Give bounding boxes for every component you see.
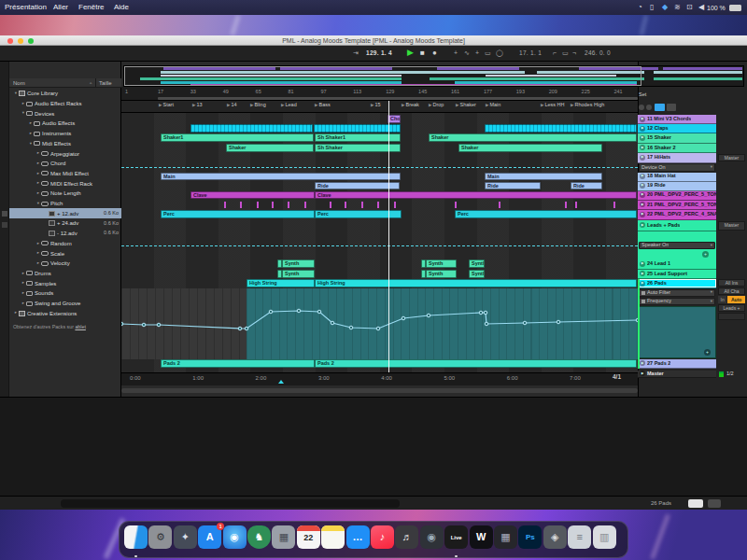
draw-mode-icon[interactable]: ▭ bbox=[485, 49, 491, 56]
dock-icon-launchpad[interactable]: ✦ bbox=[174, 525, 197, 549]
automation-arm-icon[interactable]: ◯ bbox=[496, 49, 503, 56]
locator-start[interactable]: ▶Start bbox=[159, 103, 174, 108]
perc-hit-clip[interactable] bbox=[224, 202, 226, 208]
track-activator-icon[interactable]: ▶ bbox=[640, 145, 645, 150]
clip-pads-2[interactable]: Pads 2 bbox=[315, 359, 637, 368]
clip-shaker[interactable]: Shaker bbox=[429, 133, 637, 142]
header-return-toggle-icon[interactable] bbox=[646, 105, 652, 110]
time-machine-icon[interactable]: ◔ bbox=[638, 4, 642, 11]
locator-bass[interactable]: ▶Bass bbox=[315, 103, 331, 108]
track-header-25-lead-support[interactable]: ▶25 Lead Support bbox=[638, 270, 716, 280]
track-activator-icon[interactable]: ▶ bbox=[640, 192, 645, 198]
clip-shaker[interactable]: Shaker bbox=[458, 144, 602, 152]
track-header-24-lead-1[interactable]: ▶24 Lead 1 bbox=[638, 259, 716, 270]
locator-bling[interactable]: ▶Bling bbox=[250, 103, 266, 108]
dock-icon-calendar[interactable]: 22 bbox=[297, 525, 320, 549]
speaker-on-automation-line[interactable] bbox=[121, 245, 638, 246]
locator-lead[interactable]: ▶Lead bbox=[281, 103, 297, 108]
track-header-22-pml-dpv2-perc-4-snap-00[interactable]: ▶22 PML_DPV2_PERC_4_SNAP_00 bbox=[638, 210, 716, 220]
dock-icon-push[interactable]: ▦ bbox=[494, 525, 517, 549]
dock-icon-plugin[interactable]: ◈ bbox=[543, 525, 567, 549]
loop-length[interactable]: 246. 0. 0 bbox=[585, 50, 611, 57]
track-header-20-pml-dpv2-perc-5-tonal[interactable]: ▶20 PML_DPV2_PERC_5_TONAL_ bbox=[638, 191, 716, 201]
browser-item-velocity[interactable]: ▸Velocity bbox=[9, 259, 121, 269]
locator-13[interactable]: ▶13 bbox=[192, 103, 203, 108]
dock-icon-ableton-live[interactable]: Live bbox=[444, 525, 468, 549]
browser-item-12-adv[interactable]: + 12.adv0.6 Ko bbox=[9, 208, 121, 218]
insert-marker-icon[interactable] bbox=[278, 380, 284, 384]
track-activator-icon[interactable]: ▶ bbox=[640, 222, 645, 228]
track-activator-icon[interactable]: ▶ bbox=[640, 135, 645, 141]
input-type-chooser[interactable]: All Ins bbox=[718, 279, 745, 287]
perc-hit-clip[interactable] bbox=[455, 202, 457, 208]
dock-icon-photoshop[interactable]: Ps bbox=[518, 525, 542, 549]
network-icon[interactable]: ◆ bbox=[662, 4, 668, 11]
device-chooser-frequency[interactable]: Frequency▾ bbox=[639, 298, 715, 305]
track-activator-icon[interactable]: ▶ bbox=[640, 174, 645, 179]
perc-hit-clip[interactable] bbox=[613, 202, 615, 208]
browser-size-column[interactable]: Taille bbox=[99, 80, 112, 86]
volume-icon[interactable]: ◀ bbox=[698, 4, 704, 11]
punch-out-icon[interactable]: ¬ bbox=[572, 49, 576, 56]
capture-midi-icon[interactable]: + bbox=[475, 49, 479, 56]
track-header-11-mini-v3-chords[interactable]: ▶11 Mini V3 Chords bbox=[638, 115, 716, 124]
clip-perc[interactable]: Perc bbox=[455, 210, 637, 218]
clip-shaker1[interactable]: Shaker1 bbox=[161, 133, 314, 142]
clip-main[interactable]: Main bbox=[485, 173, 602, 181]
midi-keyboard-indicator[interactable] bbox=[688, 499, 703, 508]
track-header-16-shaker-2[interactable]: ▶16 Shaker 2 bbox=[638, 144, 716, 154]
menu-item-fen-tre[interactable]: Fenêtre bbox=[78, 4, 105, 11]
device-chooser-device-on[interactable]: Device On▾ bbox=[639, 163, 715, 172]
track-activator-icon[interactable]: ▶ bbox=[640, 155, 645, 161]
browser-item-audio-effect-racks[interactable]: ▸Audio Effect Racks bbox=[9, 99, 121, 109]
overdub-plus-icon[interactable]: + bbox=[454, 49, 458, 56]
locator-less-hh[interactable]: ▶Less HH bbox=[541, 103, 565, 108]
output-routing-master[interactable]: Master bbox=[718, 154, 745, 161]
browser-footer-link[interactable]: ablet bbox=[75, 324, 86, 329]
key-map-indicator[interactable] bbox=[708, 499, 721, 508]
clip-item[interactable] bbox=[190, 124, 313, 133]
clip-synth[interactable]: Synth bbox=[426, 259, 457, 268]
airplay-icon[interactable]: ⊡ bbox=[686, 4, 693, 11]
device-on-automation-line[interactable] bbox=[121, 167, 638, 168]
punch-in-icon[interactable]: ⌐ bbox=[553, 49, 557, 56]
track-activator-icon[interactable]: ▶ bbox=[640, 360, 645, 366]
locator-rhodes-high[interactable]: ▶Rhodes High bbox=[571, 103, 604, 108]
lock-envelopes-icon[interactable] bbox=[667, 104, 676, 111]
dock-icon-trash[interactable]: ▥ bbox=[593, 525, 616, 549]
clip-clave[interactable]: Clave bbox=[315, 191, 637, 200]
dock-icon-waves[interactable]: W bbox=[470, 525, 493, 549]
dock-icon-folder-documents[interactable]: ≡ bbox=[568, 525, 591, 549]
browser-tag-icon[interactable] bbox=[2, 222, 7, 228]
dock-icon-system-preferences[interactable]: ⚙ bbox=[148, 525, 172, 549]
device-chooser-auto-filter[interactable]: Auto Filter▾ bbox=[639, 289, 715, 297]
track-activator-icon[interactable]: ▶ bbox=[640, 117, 645, 122]
browser-item-midi-effect-rack[interactable]: ▸MIDI Effect Rack bbox=[9, 178, 121, 189]
add-lane-button[interactable]: + bbox=[704, 349, 711, 356]
perc-hit-clip[interactable] bbox=[575, 202, 577, 208]
track-activator-icon[interactable]: ▶ bbox=[640, 212, 645, 217]
clip-synth[interactable]: Synth bbox=[469, 270, 485, 278]
track-activator-icon[interactable]: ▶ bbox=[640, 202, 645, 207]
window-titlebar[interactable]: PML - Analog Moods Template [PML - Analo… bbox=[0, 35, 747, 46]
browser-item-core-library[interactable]: ▾Core Library bbox=[9, 89, 121, 99]
column-divider[interactable] bbox=[95, 78, 96, 88]
dock-icon-gatekeeper[interactable]: ♞ bbox=[247, 525, 271, 549]
track-activator-icon[interactable]: ▶ bbox=[640, 371, 645, 376]
stop-button[interactable]: ■ bbox=[420, 49, 425, 57]
loop-icon[interactable]: ▭ bbox=[562, 49, 569, 56]
display-icon[interactable]: ▯ bbox=[650, 4, 654, 11]
clip-high-string[interactable]: High String bbox=[315, 279, 637, 287]
track-header-15-shaker[interactable]: ▶15 Shaker bbox=[638, 133, 716, 144]
track-activator-icon[interactable]: ▶ bbox=[640, 261, 645, 267]
browser-item-note-length[interactable]: ▸Note Length bbox=[9, 189, 121, 199]
menu-item-aide[interactable]: Aide bbox=[114, 4, 129, 11]
browser-item-instruments[interactable]: ▸Instruments bbox=[9, 129, 121, 139]
output-routing-master[interactable]: Master bbox=[718, 221, 745, 231]
track-header-leads-pads[interactable]: ▶Leads + Pads bbox=[638, 220, 716, 232]
perc-hit-clip[interactable] bbox=[361, 202, 363, 208]
track-activator-icon[interactable]: ▶ bbox=[640, 281, 645, 287]
browser-item-audio-effects[interactable]: ▸Audio Effects bbox=[9, 119, 121, 129]
record-button[interactable]: ● bbox=[432, 49, 437, 57]
locator-shaker[interactable]: ▶Shaker bbox=[456, 103, 476, 108]
